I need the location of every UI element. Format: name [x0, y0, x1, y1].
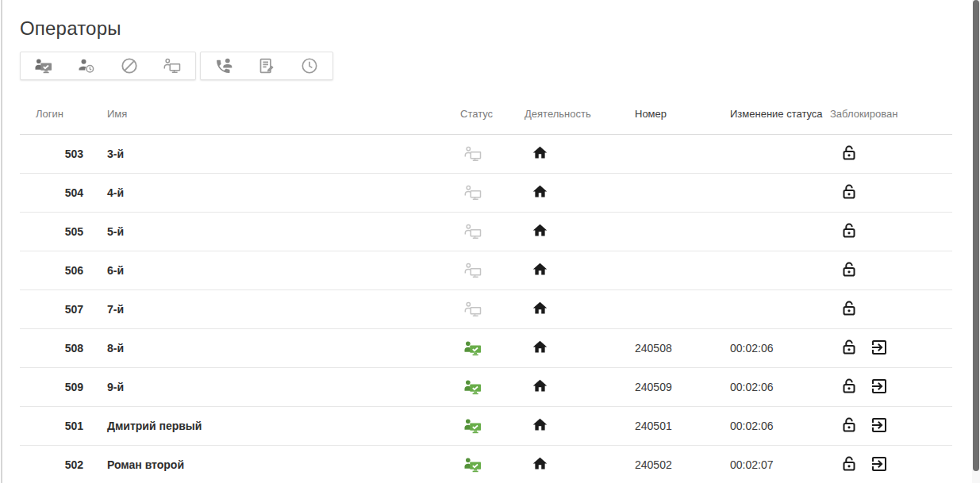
home-icon — [532, 183, 548, 202]
edit-operator-button[interactable] — [245, 53, 288, 79]
name-cell: 3-й — [83, 148, 460, 160]
login-cell: 507 — [20, 303, 83, 316]
table-row[interactable]: 509 9-й — [20, 368, 952, 407]
login-cell: 502 — [20, 458, 83, 471]
edit-document-icon — [257, 56, 276, 75]
logout-button[interactable] — [870, 416, 889, 437]
operator-ready-icon — [33, 56, 54, 75]
set-status-away-button[interactable] — [65, 53, 108, 79]
name-cell: 7-й — [83, 303, 460, 316]
home-icon — [532, 144, 548, 163]
table-header-row: Логин Имя Статус Деятельность Номер Изме… — [20, 93, 952, 135]
table-row[interactable]: 501 Дмитрий первый — [20, 407, 952, 446]
home-icon — [532, 378, 548, 397]
number-cell: 240509 — [627, 381, 730, 393]
name-cell: 5-й — [83, 225, 460, 238]
login-cell: 501 — [20, 420, 83, 432]
table-row[interactable]: 506 6-й — [20, 251, 952, 290]
status-history-button[interactable] — [288, 53, 331, 79]
lock-open-icon — [840, 338, 859, 359]
logout-button[interactable] — [870, 338, 889, 359]
operator-online-icon — [460, 378, 486, 397]
login-cell: 503 — [20, 148, 83, 160]
login-cell: 509 — [20, 381, 83, 393]
lock-button[interactable] — [840, 260, 859, 282]
column-header-blocked: Заблокирован — [830, 108, 952, 120]
name-cell: Дмитрий первый — [83, 420, 460, 432]
lock-button[interactable] — [840, 221, 859, 243]
table-row[interactable]: 505 5-й — [20, 213, 952, 251]
call-operator-button[interactable] — [202, 53, 245, 79]
lock-button[interactable] — [840, 299, 859, 320]
lock-button[interactable] — [840, 377, 859, 398]
home-icon — [532, 455, 548, 474]
home-icon — [532, 339, 548, 358]
logout-button[interactable] — [870, 454, 889, 476]
number-cell: 240501 — [627, 420, 730, 432]
status-change-cell: 00:02:06 — [730, 342, 830, 355]
logout-icon — [870, 416, 889, 437]
set-status-offline-button[interactable] — [151, 53, 194, 79]
lock-open-icon — [840, 454, 859, 476]
status-change-cell: 00:02:06 — [730, 420, 830, 432]
operator-online-icon — [460, 339, 486, 358]
window-left-border — [1, 0, 2, 483]
logout-button[interactable] — [870, 377, 889, 398]
number-cell: 240508 — [627, 342, 730, 355]
name-cell: 4-й — [83, 186, 460, 199]
lock-button[interactable] — [840, 416, 859, 437]
lock-open-icon — [840, 260, 859, 282]
lock-button[interactable] — [840, 338, 859, 359]
scrollbar-thumb[interactable] — [973, 0, 979, 471]
home-icon — [532, 416, 548, 435]
phone-person-icon — [214, 56, 233, 75]
lock-button[interactable] — [840, 182, 859, 204]
table-row[interactable]: 508 8-й — [20, 329, 952, 368]
set-status-ready-button[interactable] — [22, 53, 65, 79]
column-header-status-change: Изменение статуса — [730, 108, 830, 120]
logout-icon — [870, 377, 889, 398]
logout-icon — [870, 454, 889, 476]
table-row[interactable]: 503 3-й — [20, 135, 952, 174]
home-icon — [532, 261, 548, 280]
name-cell: 6-й — [83, 264, 460, 277]
logout-icon — [870, 338, 889, 359]
name-cell: 8-й — [83, 342, 460, 355]
operator-offline-icon — [460, 261, 486, 280]
home-icon — [532, 300, 548, 319]
lock-open-icon — [840, 221, 859, 243]
lock-open-icon — [840, 299, 859, 320]
lock-open-icon — [840, 144, 859, 165]
toolbar — [20, 52, 980, 80]
login-cell: 506 — [20, 264, 83, 277]
table-row[interactable]: 507 7-й — [20, 290, 952, 329]
status-change-cell: 00:02:06 — [730, 381, 830, 393]
operator-offline-icon — [162, 56, 183, 75]
lock-button[interactable] — [840, 144, 859, 165]
table-row[interactable]: 504 4-й — [20, 174, 952, 213]
operator-clock-icon — [77, 56, 96, 75]
column-header-login: Логин — [20, 108, 83, 120]
home-icon — [532, 222, 548, 241]
name-cell: Роман второй — [83, 458, 460, 471]
operator-offline-icon — [460, 300, 486, 319]
column-header-number: Номер — [627, 108, 730, 120]
vertical-scrollbar[interactable] — [972, 0, 980, 483]
toolbar-actions-group — [200, 52, 333, 80]
table-row[interactable]: 502 Роман второй — [20, 446, 952, 483]
number-cell: 240502 — [627, 458, 730, 471]
operators-table: Логин Имя Статус Деятельность Номер Изме… — [20, 93, 952, 483]
lock-open-icon — [840, 182, 859, 204]
page-title: Операторы — [20, 17, 980, 40]
block-icon — [120, 56, 139, 75]
login-cell: 504 — [20, 186, 83, 199]
set-status-dnd-button[interactable] — [108, 53, 151, 79]
column-header-status: Статус — [460, 108, 525, 120]
operator-online-icon — [460, 416, 486, 435]
lock-button[interactable] — [840, 454, 859, 476]
lock-open-icon — [840, 377, 859, 398]
toolbar-status-group — [20, 52, 196, 80]
operator-online-icon — [460, 455, 486, 474]
operator-offline-icon — [460, 183, 486, 202]
clock-icon — [300, 56, 319, 75]
